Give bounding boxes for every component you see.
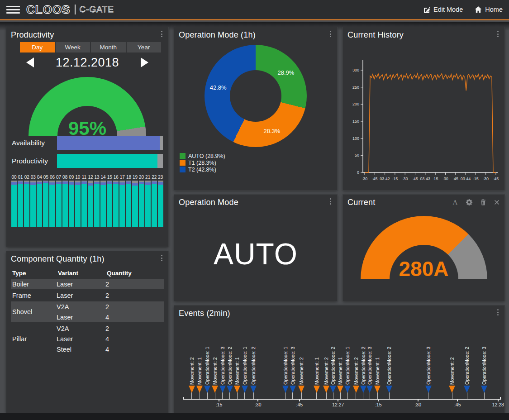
svg-text::30: :30 (362, 177, 368, 181)
delete-icon[interactable] (480, 199, 487, 206)
bar-segment (88, 186, 93, 227)
bar-segment (107, 184, 112, 227)
tick-label: :45 (454, 402, 461, 407)
event-connector (237, 392, 238, 399)
tab-year[interactable]: Year (127, 42, 162, 52)
productivity-row: Productivity (12, 154, 163, 168)
operation-mode-1h-menu-icon[interactable] (327, 31, 333, 37)
event-label: OperationMode: 3 (481, 347, 487, 385)
operation-mode-marker-icon (330, 386, 336, 393)
tick-label: 12:27 (332, 402, 344, 407)
font-icon[interactable]: A (452, 199, 459, 206)
hour-bar (107, 181, 112, 227)
bar-segment (56, 184, 62, 227)
column-variant: Variant (58, 270, 107, 277)
edit-mode-label: Edit Mode (433, 6, 463, 13)
productivity-menu-icon[interactable] (158, 31, 165, 37)
tick-label: 12:28 (492, 402, 504, 407)
bar-segment (37, 184, 42, 227)
bar-segment (43, 183, 48, 227)
home-icon (475, 6, 482, 13)
bar-segment (75, 185, 81, 227)
tab-day[interactable]: Day (20, 42, 55, 52)
event-label: Movement: 2 (212, 357, 218, 385)
tab-month[interactable]: Month (91, 42, 126, 52)
hour-label: 06 (49, 175, 55, 181)
svg-text:200: 200 (352, 102, 359, 106)
component-quantity-menu-icon[interactable] (158, 255, 165, 261)
event-connector (229, 392, 230, 399)
event-label: OperationMode: 2 (464, 347, 470, 385)
current-history-menu-icon[interactable] (495, 31, 501, 37)
event-label: OperationMode: 2 (361, 347, 366, 385)
tab-week[interactable]: Week (56, 42, 90, 52)
hour-column: 10 (75, 175, 81, 227)
table-row: Laser2 (57, 290, 164, 301)
event-connector (389, 392, 390, 399)
hour-bar (75, 181, 81, 227)
hour-bar (81, 181, 87, 227)
close-icon[interactable] (494, 199, 500, 205)
operation-mode-marker-icon (282, 386, 289, 393)
tick-mark (299, 399, 300, 401)
hour-column: 08 (62, 175, 68, 227)
event-label: Movement: 2 (353, 357, 359, 385)
hour-column: 03 (30, 175, 36, 227)
legend-swatch (180, 167, 186, 172)
hour-column: 11 (81, 175, 87, 227)
current-gauge-value: 280A (399, 257, 449, 279)
component-variant: V2A (57, 303, 105, 310)
component-type: Frame (11, 290, 57, 301)
operation-mode-menu-icon[interactable] (327, 198, 333, 205)
hour-column: 18 (126, 175, 131, 227)
edit-mode-button[interactable]: Edit Mode (423, 6, 463, 13)
hour-column: 07 (56, 175, 62, 227)
settings-icon[interactable] (466, 199, 473, 206)
svg-text::45: :45 (453, 177, 459, 181)
event-label: Movement: 2 (189, 357, 195, 385)
hour-bar (62, 181, 68, 227)
component-quantity: 4 (105, 335, 164, 343)
hour-bar (94, 181, 100, 227)
menu-icon[interactable] (6, 6, 20, 14)
hour-label: 15 (107, 175, 112, 181)
tick-mark (378, 399, 379, 401)
movement-marker-icon (337, 386, 343, 393)
svg-text:03:43: 03:43 (420, 177, 431, 181)
component-variant: Laser (57, 292, 105, 299)
bar-segment (18, 184, 23, 227)
component-group: ShovelV2A2Laser4 (11, 301, 164, 322)
hour-bar (158, 181, 163, 227)
event-connector (285, 392, 286, 399)
event-connector (333, 392, 333, 399)
legend-item: T2 (42.8%) (180, 166, 337, 173)
hour-bar (69, 181, 74, 227)
event-label: OperationMode: 3 (290, 347, 295, 385)
event-connector (340, 392, 341, 399)
hour-label: 17 (119, 175, 125, 181)
home-button[interactable]: Home (475, 6, 503, 13)
event-label: OperationMode: 2 (386, 347, 392, 385)
event-label: OperationMode: 3 (367, 347, 372, 385)
event-label: OperationMode: 3 (426, 347, 431, 385)
event-connector (200, 392, 200, 399)
event-label: OperationMode: 1 (205, 347, 210, 385)
event-label: Movement: 2 (323, 357, 329, 385)
productivity-bar-track (57, 154, 163, 168)
component-group: PillarV2A2Laser4Steel4 (11, 323, 164, 354)
hour-column: 19 (132, 175, 138, 227)
svg-text:A: A (453, 199, 458, 206)
date-value: 12.12.2018 (56, 56, 119, 70)
previous-date-icon[interactable] (26, 57, 34, 67)
component-quantity: 4 (105, 314, 164, 321)
hour-column: 02 (24, 175, 29, 227)
svg-text:150: 150 (352, 119, 359, 124)
next-date-icon[interactable] (141, 57, 148, 67)
svg-text:50: 50 (355, 153, 359, 158)
events-panel: Events (2min) Movement: 2Movement: 1Oper… (174, 305, 504, 413)
tick-label: :30 (414, 402, 421, 407)
operation-mode-marker-icon (386, 386, 392, 393)
event-connector (452, 392, 452, 399)
hour-column: 05 (43, 175, 48, 227)
event-connector (215, 392, 215, 399)
